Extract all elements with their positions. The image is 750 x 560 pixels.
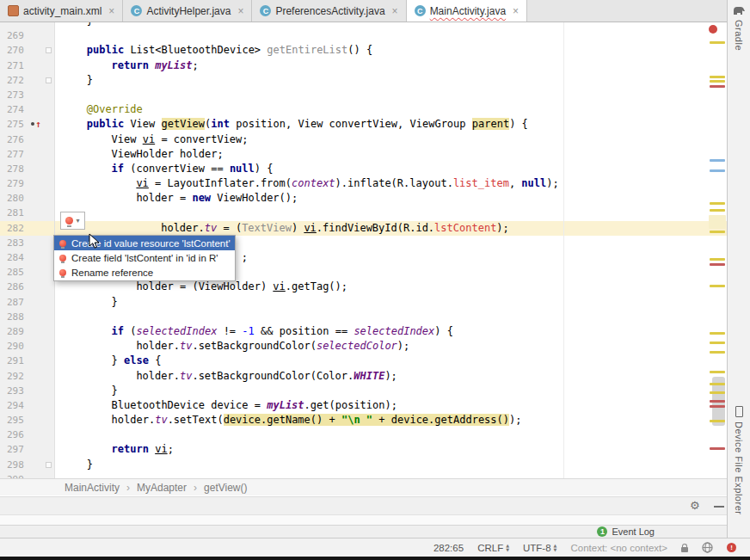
fold-strip — [43, 339, 55, 354]
code-line-292: 292holder.tv.setBackgroundColor(Color.WH… — [0, 369, 727, 384]
line-number: 281 — [0, 206, 29, 220]
token: vi — [273, 280, 285, 292]
close-icon[interactable]: × — [237, 5, 243, 17]
intention-item-label: Rename reference — [71, 268, 153, 278]
line-number: 278 — [0, 162, 29, 176]
code-text: if (convertView == null) { — [55, 162, 727, 176]
close-icon[interactable]: × — [392, 5, 398, 17]
gutter-cell — [29, 472, 43, 478]
encoding-widget[interactable]: UTF-8 ▲▼ — [523, 543, 556, 553]
token: tv — [180, 340, 192, 352]
event-log-bar[interactable]: 1 Event Log — [0, 525, 727, 538]
breadcrumb-item[interactable]: MainActivity — [65, 482, 120, 494]
token: + device.getAddress() — [372, 414, 509, 426]
code-line-273: 273 — [0, 88, 727, 102]
line-number: 285 — [0, 265, 29, 280]
close-icon[interactable]: × — [513, 5, 519, 17]
gutter-cell — [29, 339, 43, 354]
error-count-icon[interactable]: ! — [727, 543, 736, 552]
code-line-295: 295holder.tv.setText(device.getName() + … — [0, 413, 727, 428]
line-number: 287 — [0, 295, 29, 310]
gutter-cell — [29, 442, 43, 457]
line-number: 283 — [0, 236, 29, 250]
code-line-275: 275↑public View getView(int position, Vi… — [0, 117, 727, 132]
code-line-271: 271return myList; — [0, 58, 727, 73]
gutter-cell — [29, 73, 43, 88]
token: .setText( — [168, 414, 224, 426]
close-icon[interactable]: × — [108, 5, 114, 17]
fold-strip — [43, 176, 55, 191]
code-text — [55, 310, 727, 324]
tool-button-device-file-explorer[interactable]: Device File Explorer — [728, 406, 750, 514]
token: device.getName() + — [224, 414, 341, 426]
breadcrumb-item[interactable]: getView() — [204, 482, 247, 494]
token: .getTag(); — [286, 280, 347, 292]
tool-button-gradle[interactable]: Gradle — [728, 5, 750, 51]
line-number: 280 — [0, 191, 29, 206]
token: TextView — [242, 222, 292, 234]
breadcrumb: MainActivity›MyAdapter›getView() — [0, 478, 727, 495]
token: holder. — [112, 414, 156, 426]
fold-icon[interactable] — [43, 73, 55, 88]
gear-icon[interactable]: ⚙ — [690, 499, 700, 512]
fold-strip — [43, 413, 55, 428]
tab-label: ActivityHelper.java — [146, 5, 231, 17]
caret-position[interactable]: 282:65 — [433, 543, 464, 553]
tab-label: activity_main.xml — [23, 5, 101, 17]
token: ).inflate(R.layout. — [335, 177, 453, 189]
gutter-cell — [29, 176, 43, 191]
line-number: 292 — [0, 369, 29, 384]
gutter-cell — [29, 22, 43, 28]
token: ( — [124, 325, 136, 337]
line-number: 274 — [0, 102, 29, 117]
gutter-cell — [29, 132, 43, 147]
lock-icon[interactable] — [681, 547, 688, 552]
fold-strip — [43, 191, 55, 206]
fold-icon[interactable] — [43, 43, 55, 58]
token: else — [124, 354, 149, 366]
token: holder = — [136, 192, 192, 204]
token: return — [112, 59, 156, 71]
intention-item[interactable]: Create field 'lstContent' in 'id in R' — [54, 250, 235, 265]
code-text: } — [55, 458, 727, 472]
context-indicator[interactable]: Context: <no context> — [570, 543, 667, 553]
fold-strip — [43, 147, 55, 162]
token: holder. — [136, 340, 180, 352]
tab-activity_main.xml[interactable]: activity_main.xml× — [0, 0, 123, 22]
override-marker-icon[interactable]: ↑ — [29, 117, 43, 132]
tab-ActivityHelper.java[interactable]: CActivityHelper.java× — [123, 0, 252, 22]
minimize-icon[interactable] — [714, 506, 724, 508]
line-separator-widget[interactable]: CRLF ▲▼ — [477, 543, 509, 553]
gutter-cell — [29, 102, 43, 117]
bottom-black-strip — [0, 557, 750, 560]
code-line-291: 291} else { — [0, 354, 727, 368]
fold-icon[interactable] — [43, 458, 55, 472]
token: ) { — [255, 163, 274, 175]
breadcrumb-item[interactable]: MyAdapter — [137, 482, 187, 494]
line-number: 293 — [0, 384, 29, 398]
code-line-282: 282holder.tv = (TextView) vi.findViewByI… — [0, 221, 727, 236]
fold-strip — [43, 354, 55, 368]
token: View — [130, 118, 161, 130]
tab-MainActivity.java[interactable]: CMainActivity.java× — [407, 0, 528, 22]
status-bar: 282:65 CRLF ▲▼ UTF-8 ▲▼ Context: <no con… — [0, 538, 750, 557]
gutter-cell — [29, 398, 43, 413]
line-number: 282 — [0, 221, 29, 236]
right-tool-sidebar: Gradle Device File Explorer — [727, 0, 750, 538]
globe-icon[interactable] — [702, 542, 713, 553]
tab-PreferencesActivity.java[interactable]: CPreferencesActivity.java× — [252, 0, 406, 22]
line-number: 276 — [0, 132, 29, 147]
intention-item[interactable]: Rename reference — [54, 265, 235, 280]
event-log-label[interactable]: Event Log — [612, 526, 655, 537]
intention-bulb[interactable]: ▾ — [60, 212, 85, 230]
line-number: 273 — [0, 88, 29, 102]
token: selectedIndex — [137, 325, 218, 337]
token: ViewHolder holder; — [112, 148, 224, 160]
intention-item[interactable]: Create id value resource 'lstContent' — [54, 236, 235, 250]
code-text: @Override — [55, 102, 727, 117]
token: ; — [168, 443, 174, 455]
token: BluetoothDevice device = — [112, 399, 267, 411]
intention-popup: Create id value resource 'lstContent'Cre… — [53, 235, 236, 281]
tab-label: MainActivity.java — [430, 5, 506, 17]
code-line-277: 277ViewHolder holder; — [0, 147, 727, 162]
